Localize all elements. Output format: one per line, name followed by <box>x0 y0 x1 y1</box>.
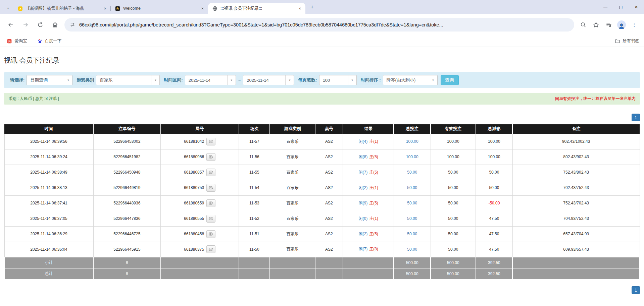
result-banker: 庄(1) <box>369 216 378 221</box>
summary-note-cell <box>512 257 640 268</box>
round-cell: 661881042 <box>161 134 239 149</box>
video-replay-button[interactable] <box>206 153 215 161</box>
video-replay-button[interactable] <box>206 138 215 145</box>
result-banker: 庄(1) <box>369 185 378 190</box>
sort-select[interactable]: 降幂(由大到小) ▼ <box>383 75 438 85</box>
total-bet-cell[interactable]: 50.00 <box>394 226 431 242</box>
video-replay-button[interactable] <box>206 169 215 176</box>
forward-button[interactable] <box>19 18 32 31</box>
result-banker: 庄(8) <box>369 247 378 251</box>
session-cell: 11-57 <box>239 134 270 149</box>
time-cell: 2025-11-14 06:38:49 <box>4 165 93 180</box>
all-bookmarks[interactable]: 所有书签 <box>609 38 639 44</box>
total-bet-cell[interactable]: 100.00 <box>394 134 431 149</box>
summary-label-cell: 小计 <box>4 257 93 268</box>
search-button[interactable]: 查询 <box>441 75 459 85</box>
round-number: 661881042 <box>184 139 204 144</box>
browser-menu-button[interactable]: ⋮ <box>629 19 640 30</box>
result-player: 闲(2) <box>358 232 367 236</box>
total-bet-cell[interactable]: 50.00 <box>394 211 431 226</box>
tab-close-icon[interactable]: ✕ <box>297 6 303 11</box>
total-bet-cell[interactable]: 50.00 <box>394 242 431 257</box>
tab-search-button[interactable]: ⌄ <box>3 2 13 12</box>
avatar <box>617 20 626 29</box>
date-to-select[interactable]: 2025-11-14 ▼ <box>243 75 294 85</box>
minimize-button[interactable]: — <box>598 0 613 14</box>
tab-title: 【新提醒】杨雪儿的帖子 - 海燕 <box>26 6 100 11</box>
reload-button[interactable] <box>34 18 47 31</box>
video-replay-button[interactable] <box>206 230 215 238</box>
zoom-button[interactable] <box>578 19 589 30</box>
payout-cell: 50.00 <box>476 180 513 195</box>
forward-icon <box>22 21 29 28</box>
valid-bet-cell: 50.00 <box>431 226 476 242</box>
video-replay-button[interactable] <box>206 215 215 223</box>
browser-tab[interactable]: 【新提醒】杨雪儿的帖子 - 海燕✕ <box>13 3 111 14</box>
home-button[interactable] <box>49 18 61 31</box>
time-cell: 2025-11-14 06:36:29 <box>4 226 93 242</box>
date-from-select[interactable]: 2025-11-14 ▼ <box>185 75 236 85</box>
column-header: 结果 <box>343 124 394 134</box>
back-icon <box>7 21 14 28</box>
tab-title: Welcome <box>123 6 197 11</box>
sort-value: 降幂(由大到小) <box>383 75 429 85</box>
url-text[interactable]: 66cxkj98.com/ipl/portal.php/game/betreco… <box>79 22 443 27</box>
bet-id-cell: 522966453002 <box>93 134 161 149</box>
time-cell: 2025-11-14 06:39:24 <box>4 149 93 165</box>
bookmark-item[interactable]: 百度一下 <box>35 37 65 46</box>
video-replay-button[interactable] <box>206 199 215 207</box>
total-bet-cell[interactable]: 50.00 <box>394 165 431 180</box>
total-bet-cell[interactable]: 100.00 <box>394 149 431 165</box>
tab-close-icon[interactable]: ✕ <box>200 6 205 11</box>
address-bar[interactable]: 66cxkj98.com/ipl/portal.php/game/betreco… <box>64 18 574 32</box>
tab-close-icon[interactable]: ✕ <box>102 6 108 11</box>
date-separator: ~ <box>238 78 241 83</box>
time-cell: 2025-11-14 06:37:05 <box>4 211 93 226</box>
column-header: 游戏类别 <box>270 124 315 134</box>
media-controls-button[interactable] <box>603 19 614 30</box>
total-bet-cell[interactable]: 50.00 <box>394 195 431 211</box>
filter-bar: 请选择: 日期查询 ▼ 游戏类别 百家乐 ▼ 时间区间: 2025-11-14 … <box>4 72 640 88</box>
baidu-icon <box>37 39 43 44</box>
session-cell: 11-56 <box>239 149 270 165</box>
query-type-select[interactable]: 日期查询 ▼ <box>27 75 72 85</box>
table-body: 2025-11-14 06:39:56522966453002661881042… <box>4 134 640 279</box>
bookmarks-list: 淘爱淘宝百度一下 <box>5 37 65 46</box>
note-cell: 702.43/752.43 <box>512 180 640 195</box>
close-button[interactable]: ✕ <box>629 0 644 14</box>
profile-button[interactable] <box>616 19 627 30</box>
browser-tab[interactable]: :::视讯 会员下注纪录:::✕ <box>208 3 305 14</box>
game-type-select[interactable]: 百家乐 ▼ <box>96 75 160 85</box>
bet-id-cell: 522966447836 <box>93 211 161 226</box>
round-number: 661880857 <box>184 170 204 175</box>
all-bookmarks-label: 所有书签 <box>623 38 639 44</box>
game-type-cell: 百家乐 <box>270 242 315 257</box>
summary-result-cell <box>343 268 394 279</box>
video-replay-button[interactable] <box>206 184 215 192</box>
maximize-button[interactable]: ▢ <box>613 0 629 14</box>
back-button[interactable] <box>4 18 17 31</box>
result-cell: 闲(8)庄(5) <box>343 149 394 165</box>
game-type-cell: 百家乐 <box>270 195 315 211</box>
browser-tab[interactable]: Welcome✕ <box>111 3 208 14</box>
column-header: 时间 <box>4 124 93 134</box>
summary-table-cell <box>315 268 343 279</box>
date-to-value: 2025-11-14 <box>243 75 285 85</box>
video-replay-button[interactable] <box>206 245 215 253</box>
table-number-cell: AS2 <box>315 180 343 195</box>
query-type-value: 日期查询 <box>27 75 64 85</box>
star-icon <box>593 21 599 28</box>
bet-id-cell: 522966449819 <box>93 180 161 195</box>
total-bet-cell[interactable]: 50.00 <box>394 180 431 195</box>
tab-strip-tabs: 【新提醒】杨雪儿的帖子 - 海燕✕Welcome✕:::视讯 会员下注纪录:::… <box>13 3 305 14</box>
page-size-select[interactable]: 100 ▼ <box>319 75 357 85</box>
column-header: 桌号 <box>315 124 343 134</box>
note-cell: 752.43/802.43 <box>512 165 640 180</box>
new-tab-button[interactable]: + <box>307 2 317 12</box>
bookmark-star-button[interactable] <box>590 19 602 30</box>
page-1-button[interactable]: 1 <box>632 286 640 294</box>
column-header: 注单编号 <box>93 124 161 134</box>
summary-row: 小计8500.00500.00392.50 <box>4 257 640 268</box>
page-1-button[interactable]: 1 <box>632 114 640 121</box>
bookmark-item[interactable]: 淘爱淘宝 <box>5 37 31 46</box>
